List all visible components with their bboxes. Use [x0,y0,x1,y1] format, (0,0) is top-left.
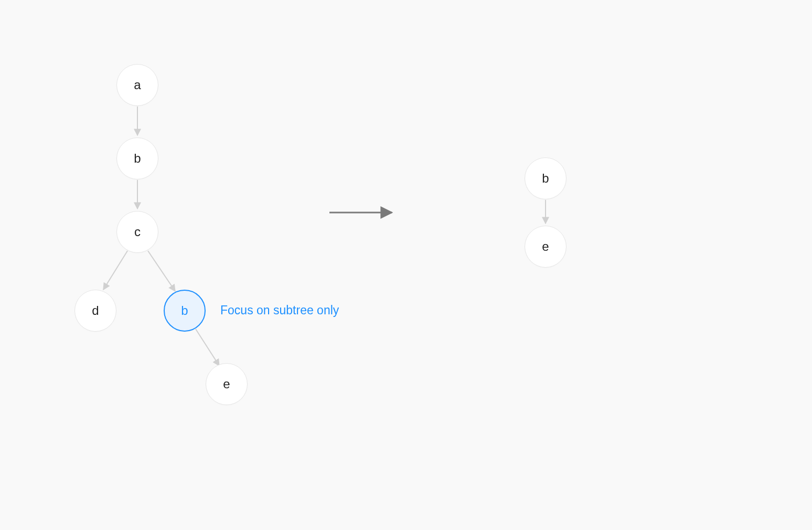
node-label: e [223,377,230,391]
node-label: d [92,303,99,318]
node-label: a [134,78,141,92]
node-e: e [206,363,248,405]
node-label: b [542,171,549,186]
node-b-highlighted: b [164,290,206,332]
focus-annotation: Focus on subtree only [220,303,339,317]
diagram-canvas: a b c d b e Focus on subtree only b e [0,0,812,530]
edge-c-b2 [148,251,175,291]
node-label: e [542,239,549,254]
result-node-e: e [525,226,567,268]
node-label: b [181,303,188,318]
edge-b2-e [196,329,219,366]
node-label: c [134,225,141,239]
node-d: d [74,290,116,332]
node-b: b [116,137,158,179]
node-c: c [116,211,158,253]
annotation-text: Focus on subtree only [220,303,339,317]
node-a: a [116,64,158,106]
edge-c-d [103,251,127,290]
node-label: b [134,151,141,166]
result-node-b: b [525,157,567,199]
